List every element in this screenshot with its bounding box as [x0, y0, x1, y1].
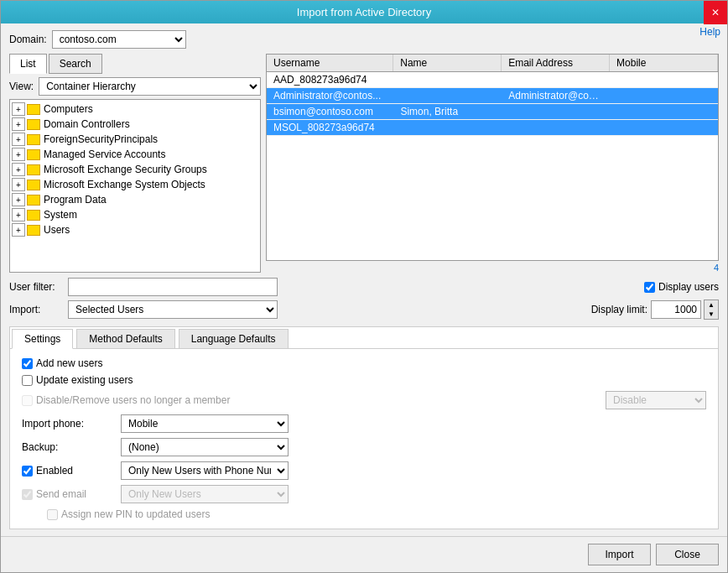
table-cell-name	[393, 88, 502, 103]
settings-content: Add new users Update existing users Disa…	[10, 349, 718, 529]
tab-search[interactable]: Search	[49, 54, 102, 74]
list-item[interactable]: + Domain Controllers	[12, 117, 258, 132]
tree-expander[interactable]: +	[12, 178, 25, 191]
page-number: 4	[266, 263, 719, 273]
send-email-checkbox[interactable]	[22, 489, 33, 500]
import-button[interactable]: Import	[588, 544, 651, 565]
table-cell-email	[502, 120, 610, 135]
filter-label: User filter:	[9, 281, 60, 293]
table-cell-mobile	[610, 120, 718, 135]
folder-icon	[27, 164, 40, 175]
tree-expander[interactable]: +	[12, 223, 25, 237]
settings-tab-method[interactable]: Method Defaults	[76, 329, 174, 348]
import-phone-select[interactable]: Mobile	[121, 414, 289, 433]
spinner-down[interactable]: ▼	[705, 310, 718, 319]
add-new-users-text: Add new users	[36, 357, 102, 369]
close-button[interactable]: Close	[656, 544, 719, 565]
user-table: Username Name Email Address Mobile AAD_8…	[266, 54, 719, 261]
assign-pin-label[interactable]: Assign new PIN to updated users	[47, 508, 210, 520]
import-row: Import: Selected Users Display limit: ▲ …	[9, 300, 719, 320]
backup-select[interactable]: (None)	[121, 438, 289, 456]
display-users-checkbox[interactable]	[644, 282, 655, 293]
table-row[interactable]: MSOL_808273a96d74	[267, 120, 718, 136]
left-panel: List Search View: Container Hierarchy + …	[9, 54, 261, 273]
folder-icon	[27, 104, 40, 115]
table-body[interactable]: AAD_808273a96d74 Administrator@contos...…	[267, 72, 718, 260]
list-item[interactable]: + System	[12, 207, 258, 222]
import-phone-row: Import phone: Mobile	[22, 414, 706, 433]
main-area: List Search View: Container Hierarchy + …	[9, 54, 719, 273]
folder-icon	[27, 195, 40, 206]
table-cell-email	[502, 72, 610, 87]
col-email: Email Address	[502, 55, 610, 71]
settings-tab-settings[interactable]: Settings	[12, 329, 73, 349]
tree-container[interactable]: + Computers + Domain Controllers + Forei…	[9, 99, 261, 273]
list-item[interactable]: + Program Data	[12, 192, 258, 207]
bottom-section: User filter: Display users Import: Selec…	[9, 278, 719, 529]
tree-item-label: System	[44, 209, 77, 221]
send-email-select: Only New Users	[121, 485, 289, 503]
disable-remove-label[interactable]: Disable/Remove users no longer a member	[22, 394, 230, 406]
filter-input[interactable]	[68, 278, 278, 296]
settings-section: Settings Method Defaults Language Defaul…	[9, 326, 719, 529]
enabled-label[interactable]: Enabled	[22, 465, 114, 477]
domain-select[interactable]: contoso.com	[52, 30, 186, 49]
list-item[interactable]: + Computers	[12, 102, 258, 117]
tree-expander[interactable]: +	[12, 163, 25, 176]
enabled-checkbox[interactable]	[22, 466, 33, 477]
table-cell-username: AAD_808273a96d74	[267, 72, 393, 87]
tree-expander[interactable]: +	[12, 117, 25, 131]
enabled-row: Enabled Only New Users with Phone Number	[22, 461, 706, 480]
tree-expander[interactable]: +	[12, 193, 25, 206]
help-link[interactable]: Help	[699, 26, 720, 38]
settings-tabs: Settings Method Defaults Language Defaul…	[10, 327, 718, 349]
import-select[interactable]: Selected Users	[68, 300, 278, 319]
tree-expander[interactable]: +	[12, 148, 25, 161]
send-email-label[interactable]: Send email	[22, 488, 114, 500]
enabled-select[interactable]: Only New Users with Phone Number	[121, 461, 289, 480]
tab-list[interactable]: List	[9, 54, 47, 74]
update-existing-checkbox[interactable]	[22, 375, 33, 386]
table-header: Username Name Email Address Mobile	[267, 55, 718, 72]
disable-remove-checkbox[interactable]	[22, 395, 33, 406]
display-users-label[interactable]: Display users	[658, 281, 719, 293]
spinner-up[interactable]: ▲	[705, 300, 718, 310]
tree-item-label: ForeignSecurityPrincipals	[44, 133, 158, 145]
update-existing-label[interactable]: Update existing users	[22, 374, 133, 386]
settings-tab-language[interactable]: Language Defaults	[179, 329, 289, 348]
spinner-buttons: ▲ ▼	[704, 300, 719, 320]
assign-pin-checkbox[interactable]	[47, 509, 58, 520]
view-row: View: Container Hierarchy	[9, 77, 261, 96]
tree-item-label: Managed Service Accounts	[44, 148, 165, 160]
display-limit-input[interactable]	[651, 300, 701, 319]
list-item[interactable]: + Managed Service Accounts	[12, 147, 258, 162]
folder-icon	[27, 225, 40, 236]
add-new-users-label[interactable]: Add new users	[22, 357, 102, 369]
backup-row: Backup: (None)	[22, 438, 706, 456]
list-item[interactable]: + Users	[12, 222, 258, 237]
view-select[interactable]: Container Hierarchy	[39, 77, 261, 96]
table-cell-email	[502, 104, 610, 119]
table-cell-mobile	[610, 104, 718, 119]
tree-expander[interactable]: +	[12, 208, 25, 221]
disable-remove-row: Disable/Remove users no longer a member …	[22, 391, 706, 409]
content-area: Domain: contoso.com List Search View: Co…	[1, 23, 727, 536]
list-item[interactable]: + Microsoft Exchange Security Groups	[12, 162, 258, 177]
list-item[interactable]: + ForeignSecurityPrincipals	[12, 132, 258, 147]
list-item[interactable]: + Microsoft Exchange System Objects	[12, 177, 258, 192]
table-row[interactable]: Administrator@contos... Administrator@co…	[267, 88, 718, 104]
import-phone-label: Import phone:	[22, 418, 114, 430]
tree-expander[interactable]: +	[12, 102, 25, 116]
table-row[interactable]: bsimon@contoso.com Simon, Britta	[267, 104, 718, 120]
tree-expander[interactable]: +	[12, 133, 25, 146]
display-limit-row: Display limit: ▲ ▼	[591, 300, 719, 320]
table-cell-username: bsimon@contoso.com	[267, 104, 393, 119]
backup-label: Backup:	[22, 441, 114, 453]
folder-icon	[27, 134, 40, 145]
window-close-button[interactable]: ✕	[704, 1, 727, 24]
table-row[interactable]: AAD_808273a96d74	[267, 72, 718, 88]
add-new-users-row: Add new users	[22, 357, 706, 369]
add-new-users-checkbox[interactable]	[22, 358, 33, 369]
import-label: Import:	[9, 304, 60, 315]
domain-row: Domain: contoso.com	[9, 30, 719, 49]
